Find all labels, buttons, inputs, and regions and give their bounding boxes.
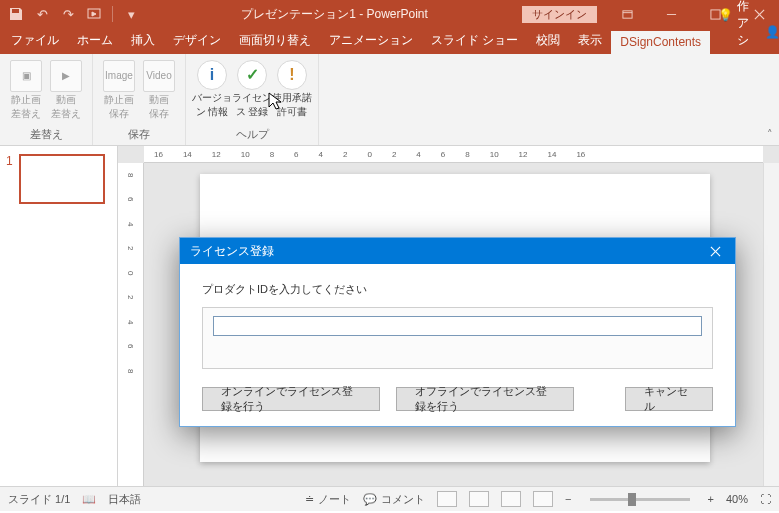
cancel-button[interactable]: キャンセル [625,387,713,411]
license-register-button[interactable]: ✓ライセンス 登録 [232,56,272,117]
ribbon-group-save: Image静止画保存 Video動画保存 保存 [93,54,186,145]
tick: 8 [270,150,274,159]
lbl: バージョ [192,92,232,104]
tick: 14 [548,150,557,159]
tick: 2 [126,246,135,250]
quick-access-toolbar: ↶ ↷ ▾ [0,6,147,22]
zoom-level[interactable]: 40% [726,493,748,505]
video-thumb-icon: Video [143,60,175,92]
dialog-buttons: オンラインでライセンス登録を行う オフラインでライセンス登録を行う キャンセル [202,387,713,411]
tick: 4 [126,222,135,226]
version-info-button[interactable]: iバージョン 情報 [192,56,232,117]
slide-thumbnail[interactable]: 1 [6,154,111,204]
group-label: ヘルプ [236,125,269,145]
lbl: 差替え [11,108,41,120]
check-icon: ✓ [237,60,267,90]
license-dialog: ライセンス登録 プロダクトIDを入力してください オンラインでライセンス登録を行… [179,237,736,427]
dialog-title: ライセンス登録 [190,243,274,260]
still-save-button[interactable]: Image静止画保存 [99,56,139,119]
tell-me[interactable]: 💡操作アシ [710,0,757,54]
tab-view[interactable]: 表示 [569,28,611,54]
thumbnail-pane[interactable]: 1 [0,146,118,486]
title-bar: ↶ ↷ ▾ プレゼンテーション1 - PowerPoint サインイン [0,0,779,28]
sorter-view-icon[interactable] [469,491,489,507]
register-offline-button[interactable]: オフラインでライセンス登録を行う [396,387,574,411]
tab-slideshow[interactable]: スライド ショー [422,28,527,54]
tab-transitions[interactable]: 画面切り替え [230,28,320,54]
vertical-scrollbar[interactable] [763,163,779,486]
zoom-slider[interactable] [590,498,690,501]
product-id-label: プロダクトIDを入力してください [202,282,713,297]
video-placeholder-icon: ▶ [50,60,82,92]
dialog-close-icon[interactable] [695,238,735,264]
qat-customize-icon[interactable]: ▾ [123,6,139,22]
thumb-number: 1 [6,154,13,204]
tell-me-label: 操作アシ [737,0,749,49]
ribbon-group-help: iバージョン 情報 ✓ライセンス 登録 !使用承諾許可書 ヘルプ [186,54,319,145]
collapse-ribbon-icon[interactable]: ˄ [767,128,773,141]
slide-indicator[interactable]: スライド 1/1 [8,492,70,507]
video-replace-button[interactable]: ▶動画差替え [46,56,86,119]
comments-button[interactable]: 💬 コメント [363,492,425,507]
normal-view-icon[interactable] [437,491,457,507]
tab-animations[interactable]: アニメーション [320,28,422,54]
qat-separator [112,6,113,22]
start-from-beginning-icon[interactable] [86,6,102,22]
lbl: 静止画 [104,94,134,106]
tick: 6 [294,150,298,159]
tick: 2 [343,150,347,159]
lbl: ライセン [232,92,272,104]
notes-button[interactable]: ≐ ノート [305,492,351,507]
group-label: 保存 [128,125,150,145]
status-bar: スライド 1/1 📖 日本語 ≐ ノート 💬 コメント − + 40% ⛶ [0,486,779,511]
redo-icon[interactable]: ↷ [60,6,76,22]
tab-dsigncontents[interactable]: DSignContents [611,31,710,54]
share-button[interactable]: 👤共有 [757,15,779,54]
save-icon[interactable] [8,6,24,22]
lbl: コメント [381,492,425,507]
language-indicator[interactable]: 日本語 [108,492,141,507]
ribbon-group-replace: ▣静止画差替え ▶動画差替え 差替え [0,54,93,145]
minimize-icon[interactable] [651,0,691,28]
undo-icon[interactable]: ↶ [34,6,50,22]
register-online-button[interactable]: オンラインでライセンス登録を行う [202,387,380,411]
slideshow-view-icon[interactable] [533,491,553,507]
product-id-input[interactable] [213,316,702,336]
window-title: プレゼンテーション1 - PowerPoint [147,6,522,23]
zoom-in-icon[interactable]: + [708,493,714,505]
dialog-titlebar[interactable]: ライセンス登録 [180,238,735,264]
signin-button[interactable]: サインイン [522,6,597,23]
field-group [202,307,713,369]
lbl: 静止画 [11,94,41,106]
tick: 12 [519,150,528,159]
video-save-button[interactable]: Video動画保存 [139,56,179,119]
tick: 2 [392,150,396,159]
reading-view-icon[interactable] [501,491,521,507]
tick: 6 [441,150,445,159]
tick: 2 [126,295,135,299]
spellcheck-icon[interactable]: 📖 [82,493,96,506]
info-icon: i [197,60,227,90]
tab-design[interactable]: デザイン [164,28,230,54]
tab-insert[interactable]: 挿入 [122,28,164,54]
tab-home[interactable]: ホーム [68,28,122,54]
eula-button[interactable]: !使用承諾許可書 [272,56,312,117]
thumb-preview[interactable] [19,154,105,204]
tick: 4 [126,320,135,324]
zoom-out-icon[interactable]: − [565,493,571,505]
lbl: ノート [318,492,351,507]
still-replace-button[interactable]: ▣静止画差替え [6,56,46,119]
dialog-body: プロダクトIDを入力してください オンラインでライセンス登録を行う オフラインで… [180,264,735,421]
tab-review[interactable]: 校閲 [527,28,569,54]
tab-file[interactable]: ファイル [2,28,68,54]
zoom-thumb[interactable] [628,493,636,506]
fit-to-window-icon[interactable]: ⛶ [760,493,771,505]
ribbon: ▣静止画差替え ▶動画差替え 差替え Image静止画保存 Video動画保存 … [0,54,779,146]
ribbon-tabs: ファイル ホーム 挿入 デザイン 画面切り替え アニメーション スライド ショー… [0,28,779,54]
lbl: 保存 [109,108,129,120]
tick: 12 [212,150,221,159]
ribbon-display-options-icon[interactable] [607,0,647,28]
tick: 4 [416,150,420,159]
lbl: 動画 [56,94,76,106]
tick: 8 [126,369,135,373]
